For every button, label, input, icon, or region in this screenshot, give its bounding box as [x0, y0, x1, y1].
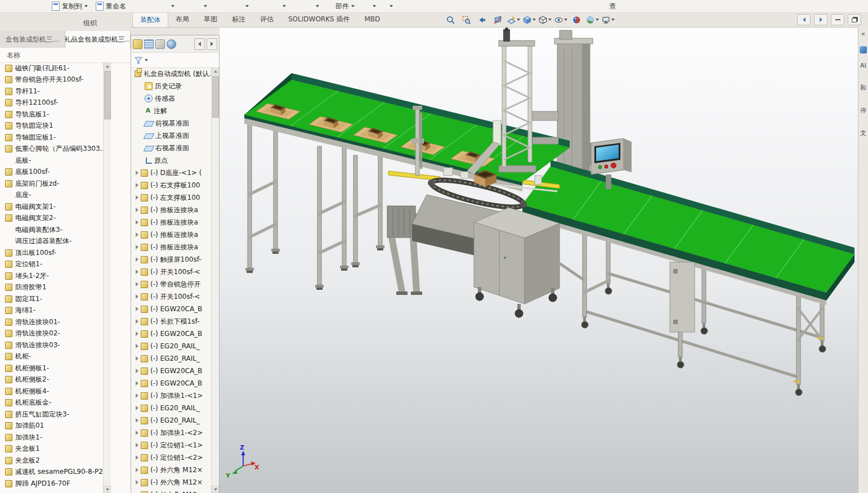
tree-item-component[interactable]: (-) 触摸屏100sf-: [131, 253, 219, 266]
parts-column-header[interactable]: 名称: [0, 48, 131, 63]
taskpane-tab-0[interactable]: AI: [860, 62, 866, 69]
tree-item-component[interactable]: (-) EG20_RAIL_: [131, 402, 219, 414]
pane-back-icon[interactable]: [797, 14, 811, 25]
tree-item-component[interactable]: (-) EGW20CA_B: [131, 365, 219, 377]
scroll-up-icon[interactable]: [212, 68, 219, 75]
expand-chevron-icon[interactable]: [136, 257, 138, 262]
scroll-down-icon[interactable]: [212, 486, 219, 493]
tree-item[interactable]: 历史记录: [131, 80, 219, 92]
taskpane-tab-1[interactable]: 和: [860, 85, 866, 92]
expand-chevron-icon[interactable]: [136, 406, 138, 410]
tab-草图[interactable]: 草图: [196, 12, 225, 27]
list-item[interactable]: 加强筋01: [0, 420, 131, 432]
collapse-left-icon[interactable]: [194, 38, 205, 50]
list-item[interactable]: 挤压气缸固定块3-: [0, 409, 131, 420]
tree-item-component[interactable]: (-) EGW20CA_B: [131, 377, 219, 389]
taskpane-tab-3[interactable]: 文: [860, 130, 866, 137]
taskpane-tab-2[interactable]: 停: [860, 107, 866, 114]
toolbar-dropdown[interactable]: [314, 2, 321, 10]
list-item[interactable]: 底架前门板zd-: [0, 178, 131, 190]
propertymanager-tab-icon[interactable]: [144, 39, 154, 49]
expand-chevron-icon[interactable]: [136, 443, 138, 447]
list-item[interactable]: 导轨固定块1: [0, 120, 131, 132]
expand-chevron-icon[interactable]: [136, 171, 138, 175]
list-item[interactable]: 夹盒板1: [0, 443, 131, 455]
scroll-down-icon[interactable]: [104, 486, 111, 493]
tree-item-component[interactable]: (-) EGW20CA_B: [131, 303, 219, 315]
tree-item-component[interactable]: (-) 推板连接块a: [131, 204, 219, 216]
graphics-area[interactable]: Z X Y: [220, 27, 858, 493]
tab-标注[interactable]: 标注: [225, 12, 253, 27]
list-item[interactable]: 电磁阀支架2-: [0, 213, 131, 225]
tree-item-component[interactable]: (-) 开关100sf-<: [131, 266, 219, 278]
view-orientation-icon[interactable]: [522, 14, 536, 26]
expand-chevron-icon[interactable]: [136, 331, 138, 336]
list-item[interactable]: 低重心脚轮（产品编码3303...: [0, 144, 131, 155]
list-item[interactable]: 加强块1-: [0, 432, 131, 443]
list-item[interactable]: 堵头1-2牙-: [0, 270, 131, 282]
tree-item-component[interactable]: (-) EGW20CA_B: [131, 328, 219, 340]
tree-item-component[interactable]: (-) 推板连接块a: [131, 216, 219, 228]
tree-item-component[interactable]: (-) 长款下模1sf-: [131, 315, 219, 328]
tree-item-component[interactable]: (-) EG20_RAIL_: [131, 352, 219, 365]
collapse-right-icon[interactable]: [207, 38, 217, 50]
toolbar-dropdown[interactable]: [280, 2, 288, 10]
expand-chevron-icon[interactable]: [136, 468, 138, 472]
tree-item-component[interactable]: (-) 加强块1-<2>: [131, 427, 219, 439]
expand-chevron-icon[interactable]: [136, 294, 138, 299]
expand-chevron-icon[interactable]: [136, 183, 138, 187]
tree-item-component[interactable]: (-) 带自锁急停开: [131, 278, 219, 290]
section-view-icon[interactable]: [491, 14, 505, 26]
expand-chevron-icon[interactable]: [136, 480, 138, 485]
expand-chevron-icon[interactable]: [136, 195, 138, 200]
taskpane-collapse-icon[interactable]: «: [861, 30, 865, 37]
tree-item-component[interactable]: (-) 开关100sf-<: [131, 290, 219, 303]
list-item[interactable]: 定位销1-: [0, 259, 131, 271]
list-item[interactable]: 顶出板100sf-: [0, 247, 131, 259]
list-item[interactable]: 调压过滤器装配体-: [0, 236, 131, 248]
tree-item-component[interactable]: (-) 定位销1-<1>: [131, 439, 219, 451]
list-item[interactable]: 导轴固定板1-: [0, 132, 131, 144]
list-item[interactable]: 夹盒板2: [0, 455, 131, 467]
tree-item-component[interactable]: (-) 定位销1-<2>: [131, 451, 219, 464]
feature-tree-scrollbar[interactable]: [211, 68, 219, 493]
expand-chevron-icon[interactable]: [136, 418, 138, 423]
featuremanager-filter[interactable]: [131, 53, 219, 68]
toolbar-dropdown[interactable]: [370, 2, 378, 10]
tree-item-component[interactable]: (-) 外六角 M12×: [131, 488, 219, 493]
tab-布局[interactable]: 布局: [168, 12, 196, 27]
list-item[interactable]: 滑轨连接块01-: [0, 316, 131, 328]
scrollbar-thumb[interactable]: [104, 71, 111, 119]
list-item[interactable]: 机柜-: [0, 351, 131, 363]
list-item[interactable]: 机柜侧板4-: [0, 386, 131, 397]
expand-chevron-icon[interactable]: [136, 319, 138, 324]
rename-button[interactable]: 重命名: [96, 1, 126, 11]
tree-item-component[interactable]: (-) 右支撑板100: [131, 179, 219, 191]
list-item[interactable]: 减速机 sesamePGL90-8-P2: [0, 467, 131, 478]
featuremanager-tab-icon[interactable]: [133, 39, 142, 49]
dimxpertmanager-tab-icon[interactable]: [167, 39, 176, 49]
tree-item[interactable]: 右视基准面: [131, 142, 219, 154]
hide-show-items-icon[interactable]: [554, 14, 568, 26]
expand-chevron-icon[interactable]: [136, 393, 138, 398]
expand-chevron-icon[interactable]: [136, 455, 138, 460]
tree-item-component[interactable]: (-) 加强块1-<1>: [131, 389, 219, 402]
scroll-up-icon[interactable]: [104, 62, 111, 70]
list-item[interactable]: 底板100sf-: [0, 167, 131, 178]
copy-to-button[interactable]: 复制到: [52, 1, 88, 11]
list-item[interactable]: 磁铁门吸(孔距61-: [0, 62, 131, 74]
list-item[interactable]: 防滑胶带1: [0, 282, 131, 294]
toolbar-dropdown[interactable]: [202, 2, 209, 10]
list-item[interactable]: 滑轨连接块03-: [0, 339, 131, 351]
previous-view-icon[interactable]: [475, 14, 489, 26]
expand-chevron-icon[interactable]: [136, 381, 138, 386]
list-item[interactable]: 机柜侧板2-: [0, 374, 131, 386]
expand-chevron-icon[interactable]: [136, 344, 138, 348]
expand-chevron-icon[interactable]: [136, 307, 138, 311]
doc-tab[interactable]: 盒包装成型机三...: [0, 31, 65, 48]
expand-chevron-icon[interactable]: [136, 369, 138, 373]
tree-item-component[interactable]: (-) D底座-<1> (: [131, 167, 219, 179]
minimize-icon[interactable]: [831, 14, 844, 25]
tree-item[interactable]: 注解: [131, 105, 219, 117]
toolbar-dropdown[interactable]: [243, 2, 251, 10]
